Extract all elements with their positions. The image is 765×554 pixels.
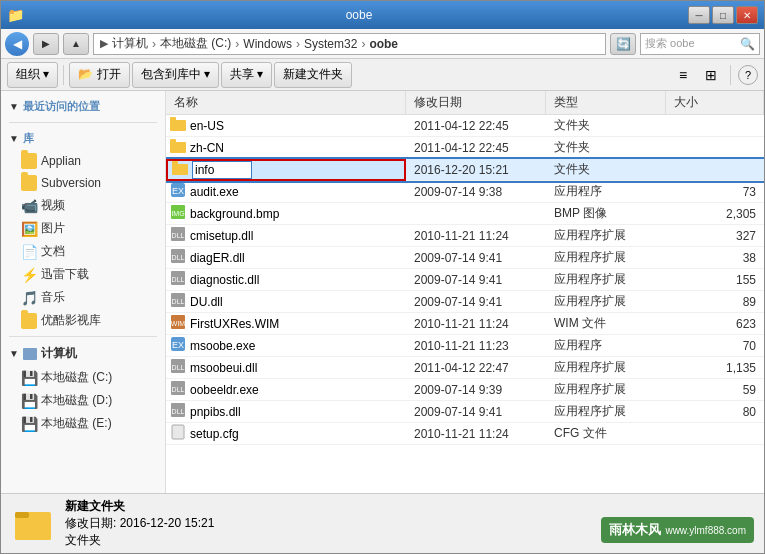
status-date: 修改日期: 2016-12-20 15:21 <box>65 515 214 532</box>
file-icon <box>170 117 186 134</box>
svg-text:DLL: DLL <box>172 254 185 261</box>
sidebar-item-documents[interactable]: 📄 文档 <box>1 240 165 263</box>
forward-button[interactable]: ▶ <box>33 33 59 55</box>
status-name: 新建文件夹 <box>65 498 214 515</box>
help-button[interactable]: ? <box>738 65 758 85</box>
table-row[interactable]: DLL diagER.dll 2009-07-14 9:41 应用程序扩展 38 <box>166 247 764 269</box>
up-button[interactable]: ▲ <box>63 33 89 55</box>
video-label: 视频 <box>41 197 65 214</box>
toolbar-separator-1 <box>63 65 64 85</box>
col-size: 2,305 <box>666 207 764 221</box>
search-box[interactable]: 搜索 oobe 🔍 <box>640 33 760 55</box>
drive-d-icon: 💾 <box>21 393 37 409</box>
table-row[interactable]: setup.cfg 2010-11-21 11:24 CFG 文件 <box>166 423 764 445</box>
table-row[interactable]: DLL diagnostic.dll 2009-07-14 9:41 应用程序扩… <box>166 269 764 291</box>
sidebar-item-video[interactable]: 📹 视频 <box>1 194 165 217</box>
col-name: zh-CN <box>166 139 406 156</box>
sidebar-item-music[interactable]: 🎵 音乐 <box>1 286 165 309</box>
col-date: 2011-04-12 22:45 <box>406 141 546 155</box>
share-button[interactable]: 共享 ▾ <box>221 62 272 88</box>
table-row[interactable]: 2016-12-20 15:21 文件夹 <box>166 159 764 181</box>
search-icon[interactable]: 🔍 <box>740 37 755 51</box>
table-row[interactable]: IMG background.bmp BMP 图像 2,305 <box>166 203 764 225</box>
file-name-text: cmisetup.dll <box>190 229 253 243</box>
table-row[interactable]: DLL msoobeui.dll 2011-04-12 22:47 应用程序扩展… <box>166 357 764 379</box>
library-arrow: ▼ <box>9 133 19 144</box>
table-row[interactable]: DLL cmisetup.dll 2010-11-21 11:24 应用程序扩展… <box>166 225 764 247</box>
documents-icon: 📄 <box>21 244 37 260</box>
sidebar-item-subversion[interactable]: Subversion <box>1 172 165 194</box>
col-name: DLL cmisetup.dll <box>166 226 406 245</box>
search-placeholder: 搜索 oobe <box>645 36 695 51</box>
toolbar-right: ≡ ⊞ ? <box>671 64 758 86</box>
path-computer[interactable]: 计算机 <box>112 35 148 52</box>
col-size: 155 <box>666 273 764 287</box>
file-name-text: audit.exe <box>190 185 239 199</box>
watermark-site: www.ylmf888.com <box>665 525 746 536</box>
path-part-3[interactable]: System32 <box>304 37 357 51</box>
table-row[interactable]: DLL pnpibs.dll 2009-07-14 9:41 应用程序扩展 80 <box>166 401 764 423</box>
col-type: 应用程序扩展 <box>546 359 666 376</box>
new-folder-button[interactable]: 新建文件夹 <box>274 62 352 88</box>
close-button[interactable]: ✕ <box>736 6 758 24</box>
path-part-0[interactable]: ▶ <box>100 37 108 50</box>
sidebar-item-drive-c[interactable]: 💾 本地磁盘 (C:) <box>1 366 165 389</box>
path-part-4[interactable]: oobe <box>369 37 398 51</box>
sidebar-section-computer[interactable]: ▼ 计算机 <box>1 341 165 366</box>
computer-label: 计算机 <box>41 345 77 362</box>
col-header-date[interactable]: 修改日期 <box>406 91 546 114</box>
drive-e-label: 本地磁盘 (E:) <box>41 415 112 432</box>
col-type: 应用程序 <box>546 183 666 200</box>
table-row[interactable]: EX audit.exe 2009-07-14 9:38 应用程序 73 <box>166 181 764 203</box>
open-button[interactable]: 📂 打开 <box>69 62 129 88</box>
col-type: 应用程序扩展 <box>546 381 666 398</box>
sidebar-item-pictures[interactable]: 🖼️ 图片 <box>1 217 165 240</box>
view-grid-button[interactable]: ⊞ <box>699 64 723 86</box>
table-row[interactable]: EX msoobe.exe 2010-11-21 11:23 应用程序 70 <box>166 335 764 357</box>
col-size: 73 <box>666 185 764 199</box>
file-name-text: diagnostic.dll <box>190 273 259 287</box>
col-name: WIM FirstUXRes.WIM <box>166 314 406 333</box>
col-header-size[interactable]: 大小 <box>666 91 764 114</box>
col-name: setup.cfg <box>166 424 406 443</box>
refresh-button[interactable]: 🔄 <box>610 33 636 55</box>
path-part-1[interactable]: 本地磁盘 (C:) <box>160 35 231 52</box>
address-path[interactable]: ▶ 计算机 › 本地磁盘 (C:) › Windows › System32 ›… <box>93 33 606 55</box>
col-date: 2010-11-21 11:24 <box>406 427 546 441</box>
sidebar-section-recent[interactable]: ▼ 最近访问的位置 <box>1 95 165 118</box>
sidebar-item-drive-d[interactable]: 💾 本地磁盘 (D:) <box>1 389 165 412</box>
music-icon: 🎵 <box>21 290 37 306</box>
table-row[interactable]: en-US 2011-04-12 22:45 文件夹 <box>166 115 764 137</box>
col-header-name[interactable]: 名称 <box>166 91 406 114</box>
sidebar-divider-2 <box>9 336 157 337</box>
sidebar: ▼ 最近访问的位置 ▼ 库 Applian Subversion 📹 视频 <box>1 91 166 493</box>
minimize-button[interactable]: ─ <box>688 6 710 24</box>
maximize-button[interactable]: □ <box>712 6 734 24</box>
table-row[interactable]: zh-CN 2011-04-12 22:45 文件夹 <box>166 137 764 159</box>
sidebar-item-youku[interactable]: 优酷影视库 <box>1 309 165 332</box>
svg-text:IMG: IMG <box>171 210 184 217</box>
window-icon: 📁 <box>7 7 24 23</box>
col-date: 2011-04-12 22:45 <box>406 119 546 133</box>
col-header-type[interactable]: 类型 <box>546 91 666 114</box>
sidebar-section-library[interactable]: ▼ 库 <box>1 127 165 150</box>
sidebar-item-downloads[interactable]: ⚡ 迅雷下载 <box>1 263 165 286</box>
view-list-button[interactable]: ≡ <box>671 64 695 86</box>
back-button[interactable]: ◀ <box>5 32 29 56</box>
downloads-icon: ⚡ <box>21 267 37 283</box>
col-name: DLL oobeeldr.exe <box>166 380 406 399</box>
sidebar-item-applian[interactable]: Applian <box>1 150 165 172</box>
include-button[interactable]: 包含到库中 ▾ <box>132 62 219 88</box>
table-row[interactable]: DLL oobeeldr.exe 2009-07-14 9:39 应用程序扩展 … <box>166 379 764 401</box>
col-size: 623 <box>666 317 764 331</box>
col-name: DLL pnpibs.dll <box>166 402 406 421</box>
rename-input[interactable] <box>192 161 252 179</box>
path-part-2[interactable]: Windows <box>243 37 292 51</box>
table-row[interactable]: DLL DU.dll 2009-07-14 9:41 应用程序扩展 89 <box>166 291 764 313</box>
svg-text:WIM: WIM <box>171 320 186 327</box>
table-row[interactable]: WIM FirstUXRes.WIM 2010-11-21 11:24 WIM … <box>166 313 764 335</box>
organize-button[interactable]: 组织 ▾ <box>7 62 58 88</box>
sidebar-item-drive-e[interactable]: 💾 本地磁盘 (E:) <box>1 412 165 435</box>
main-content: ▼ 最近访问的位置 ▼ 库 Applian Subversion 📹 视频 <box>1 91 764 493</box>
pictures-label: 图片 <box>41 220 65 237</box>
